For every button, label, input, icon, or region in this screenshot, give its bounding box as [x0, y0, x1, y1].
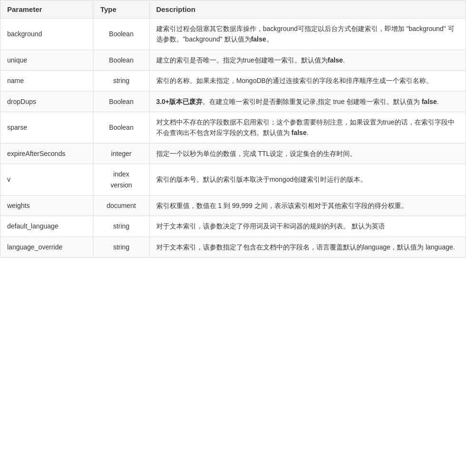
- table-row: weightsdocument索引权重值，数值在 1 到 99,999 之间，表…: [0, 195, 466, 216]
- param-name: unique: [7, 56, 27, 64]
- type-name: integer: [111, 150, 132, 157]
- type-cell: string: [93, 216, 149, 237]
- header-description: Description: [149, 0, 466, 19]
- type-cell: Boolean: [93, 112, 149, 143]
- param-cell: v: [0, 164, 93, 196]
- type-name: string: [113, 77, 129, 84]
- desc-cell: 索引的名称。如果未指定，MongoDB的通过连接索引的字段名和排序顺序生成一个索…: [149, 71, 466, 91]
- desc-cell: 对于文本索引，该参数指定了包含在文档中的字段名，语言覆盖默认的language，…: [149, 237, 466, 257]
- param-name: dropDups: [7, 98, 36, 105]
- param-name: background: [7, 30, 42, 38]
- type-name: Boolean: [109, 124, 133, 131]
- desc-cell: 索引的版本号。默认的索引版本取决于mongod创建索引时运行的版本。: [149, 164, 466, 196]
- param-name: v: [7, 176, 10, 183]
- desc-bold: false: [292, 129, 307, 136]
- param-cell: sparse: [0, 112, 93, 143]
- table-header-row: Parameter Type Description: [0, 0, 466, 19]
- param-cell: default_language: [0, 216, 93, 237]
- type-cell: Boolean: [93, 19, 149, 50]
- param-cell: expireAfterSeconds: [0, 143, 93, 164]
- params-table: Parameter Type Description backgroundBoo…: [0, 0, 466, 258]
- type-name: Boolean: [109, 56, 133, 64]
- type-cell: Boolean: [93, 50, 149, 70]
- desc-cell: 3.0+版本已废弃。在建立唯一索引时是否删除重复记录,指定 true 创建唯一索…: [149, 91, 466, 112]
- table-row: vindexversion索引的版本号。默认的索引版本取决于mongod创建索引…: [0, 164, 466, 196]
- param-cell: dropDups: [0, 91, 93, 112]
- table-row: dropDupsBoolean3.0+版本已废弃。在建立唯一索引时是否删除重复记…: [0, 91, 466, 112]
- param-name: language_override: [7, 243, 62, 251]
- header-parameter: Parameter: [0, 0, 93, 19]
- desc-bold: 3.0+版本已废弃: [156, 98, 203, 105]
- desc-bold: false: [328, 56, 343, 64]
- param-cell: weights: [0, 195, 93, 216]
- table-row: sparseBoolean对文档中不存在的字段数据不启用索引；这个参数需要特别注…: [0, 112, 466, 143]
- type-cell: Boolean: [93, 91, 149, 112]
- desc-cell: 建索引过程会阻塞其它数据库操作，background可指定以后台方式创建索引，即…: [149, 19, 466, 50]
- type-name: string: [113, 243, 129, 251]
- type-cell: indexversion: [93, 164, 149, 196]
- type-cell: string: [93, 237, 149, 257]
- main-container: Parameter Type Description backgroundBoo…: [0, 0, 466, 476]
- desc-cell: 建立的索引是否唯一。指定为true创建唯一索引。默认值为false.: [149, 50, 466, 70]
- param-cell: background: [0, 19, 93, 50]
- param-name: expireAfterSeconds: [7, 150, 65, 157]
- table-row: uniqueBoolean建立的索引是否唯一。指定为true创建唯一索引。默认值…: [0, 50, 466, 70]
- desc-cell: 对文档中不存在的字段数据不启用索引；这个参数需要特别注意，如果设置为true的话…: [149, 112, 466, 143]
- table-row: expireAfterSecondsinteger指定一个以秒为单位的数值，完成…: [0, 143, 466, 164]
- param-name: name: [7, 77, 24, 84]
- type-name: string: [113, 222, 129, 230]
- type-name: Boolean: [109, 98, 133, 105]
- type-name: document: [107, 202, 136, 209]
- desc-bold: false: [251, 35, 266, 43]
- desc-cell: 对于文本索引，该参数决定了停用词及词干和词器的规则的列表。 默认为英语: [149, 216, 466, 237]
- table-row: default_languagestring对于文本索引，该参数决定了停用词及词…: [0, 216, 466, 237]
- param-cell: unique: [0, 50, 93, 70]
- type-cell: integer: [93, 143, 149, 164]
- desc-cell: 指定一个以秒为单位的数值，完成 TTL设定，设定集合的生存时间。: [149, 143, 466, 164]
- table-row: namestring索引的名称。如果未指定，MongoDB的通过连接索引的字段名…: [0, 71, 466, 91]
- table-row: language_overridestring对于文本索引，该参数指定了包含在文…: [0, 237, 466, 257]
- table-row: backgroundBoolean建索引过程会阻塞其它数据库操作，backgro…: [0, 19, 466, 50]
- param-name: weights: [7, 202, 30, 209]
- desc-cell: 索引权重值，数值在 1 到 99,999 之间，表示该索引相对于其他索引字段的得…: [149, 195, 466, 216]
- type-name: Boolean: [109, 30, 133, 38]
- param-cell: name: [0, 71, 93, 91]
- type-cell: string: [93, 71, 149, 91]
- header-type: Type: [93, 0, 149, 19]
- param-name: sparse: [7, 124, 27, 131]
- type-cell: document: [93, 195, 149, 216]
- param-name: default_language: [7, 222, 58, 230]
- desc-bold: false: [422, 98, 437, 105]
- type-name: indexversion: [111, 170, 132, 188]
- param-cell: language_override: [0, 237, 93, 257]
